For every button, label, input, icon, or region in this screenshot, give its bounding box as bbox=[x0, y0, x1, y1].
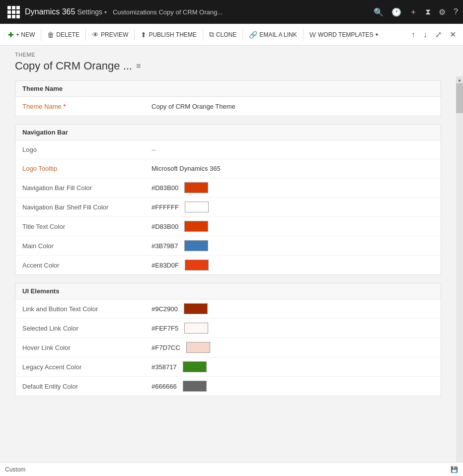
search-icon[interactable]: 🔍 bbox=[374, 7, 384, 17]
default-entity-color-swatch[interactable] bbox=[183, 381, 207, 392]
toolbar: ✚ + NEW 🗑 DELETE 👁 PREVIEW ⬆ PUBLISH THE… bbox=[0, 24, 463, 46]
link-button-text-color-row: Link and Button Text Color #9C2900 bbox=[15, 299, 441, 319]
save-icon[interactable]: 💾 bbox=[451, 466, 458, 473]
toolbar-separator-2 bbox=[85, 29, 86, 41]
toolbar-separator-6 bbox=[303, 29, 304, 41]
resize-button[interactable]: ⤢ bbox=[432, 27, 445, 42]
waffle-icon bbox=[7, 6, 20, 18]
move-up-button[interactable]: ↑ bbox=[408, 27, 418, 42]
legacy-accent-color-row-value: #358717 bbox=[152, 361, 207, 372]
hover-link-color-swatch[interactable] bbox=[186, 342, 210, 353]
form-area: Theme Name Theme Name Copy of CRM Orange… bbox=[0, 76, 456, 414]
new-button[interactable]: ✚ + NEW bbox=[4, 28, 39, 42]
default-entity-color-value[interactable]: #666666 bbox=[152, 383, 177, 390]
logo-value[interactable]: -- bbox=[152, 146, 434, 153]
main-color-label: Main Color bbox=[22, 242, 152, 250]
legacy-accent-color-swatch[interactable] bbox=[183, 361, 207, 372]
legacy-accent-color-value[interactable]: #358717 bbox=[152, 363, 177, 371]
move-down-button[interactable]: ↓ bbox=[420, 27, 430, 42]
accent-color-swatch[interactable] bbox=[185, 260, 209, 271]
breadcrumb: Customizations Copy of CRM Orang... bbox=[113, 8, 374, 16]
scrollbar-thumb[interactable] bbox=[456, 83, 463, 113]
history-icon[interactable]: 🕐 bbox=[391, 7, 401, 17]
email-icon: 🔗 bbox=[249, 31, 257, 39]
main-color-swatch[interactable] bbox=[184, 240, 208, 251]
selected-link-color-row-value: #FEF7F5 bbox=[152, 323, 208, 334]
theme-name-section-header: Theme Name bbox=[15, 81, 441, 97]
page-menu-icon[interactable]: ≡ bbox=[136, 62, 141, 70]
filter-icon[interactable]: ⧗ bbox=[425, 7, 431, 16]
main-content: Theme Name Theme Name Copy of CRM Orange… bbox=[0, 76, 463, 476]
scroll-area[interactable]: Theme Name Theme Name Copy of CRM Orange… bbox=[0, 76, 456, 449]
main-color-row: Main Color #3B79B7 bbox=[15, 236, 441, 256]
email-link-button[interactable]: 🔗 EMAIL A LINK bbox=[245, 28, 301, 42]
default-entity-color-row: Default Entity Color #666666 bbox=[15, 377, 441, 396]
logo-tooltip-label: Logo Tooltip bbox=[22, 165, 152, 172]
default-entity-color-row-value: #666666 bbox=[152, 381, 207, 392]
preview-button[interactable]: 👁 PREVIEW bbox=[88, 28, 132, 42]
preview-icon: 👁 bbox=[92, 31, 99, 39]
word-templates-button[interactable]: W WORD TEMPLATES ▾ bbox=[306, 28, 382, 42]
hover-link-color-value[interactable]: #F7D7CC bbox=[152, 344, 180, 351]
page-title: Copy of CRM Orange ... ≡ bbox=[15, 60, 448, 72]
word-dropdown-icon: ▾ bbox=[376, 32, 378, 37]
top-nav-bar: Dynamics 365 Settings ▾ Customizations C… bbox=[0, 0, 463, 24]
main-color-value[interactable]: #3B79B7 bbox=[152, 242, 178, 250]
accent-color-row-value: #E83D0F bbox=[152, 260, 209, 271]
title-text-color-value[interactable]: #D83B00 bbox=[152, 223, 178, 230]
theme-name-label: Theme Name bbox=[22, 103, 152, 110]
accent-color-value[interactable]: #E83D0F bbox=[152, 262, 179, 269]
logo-row: Logo -- bbox=[15, 140, 441, 159]
add-icon[interactable]: ＋ bbox=[409, 7, 417, 17]
link-button-text-color-value[interactable]: #9C2900 bbox=[152, 305, 178, 313]
delete-icon: 🗑 bbox=[47, 31, 54, 39]
title-text-color-swatch[interactable] bbox=[184, 221, 208, 232]
delete-button[interactable]: 🗑 DELETE bbox=[43, 28, 83, 42]
word-icon: W bbox=[309, 31, 316, 39]
nav-shelf-color-swatch[interactable] bbox=[185, 202, 209, 212]
scrollbar-track[interactable]: ▲ ▼ bbox=[456, 76, 463, 476]
gear-icon[interactable]: ⚙ bbox=[439, 7, 446, 17]
publish-theme-button[interactable]: ⬆ PUBLISH THEME bbox=[137, 28, 200, 42]
nav-shelf-color-label: Navigation Bar Shelf Fill Color bbox=[22, 204, 152, 211]
selected-link-color-swatch[interactable] bbox=[184, 323, 208, 334]
nav-fill-color-swatch[interactable] bbox=[184, 182, 208, 193]
legacy-accent-color-row: Legacy Accent Color #358717 bbox=[15, 357, 441, 377]
navigation-bar-section: Navigation Bar Logo -- Logo Tooltip Micr… bbox=[15, 124, 441, 275]
scrollbar-up-arrow[interactable]: ▲ bbox=[456, 76, 463, 83]
nav-shelf-color-row: Navigation Bar Shelf Fill Color #FFFFFF bbox=[15, 198, 441, 217]
nav-shelf-color-value[interactable]: #FFFFFF bbox=[152, 204, 179, 211]
waffle-menu[interactable] bbox=[5, 3, 22, 20]
nav-icons: 🔍 🕐 ＋ ⧗ ⚙ ? bbox=[374, 7, 458, 17]
selected-link-color-value[interactable]: #FEF7F5 bbox=[152, 325, 178, 332]
toolbar-separator-5 bbox=[242, 29, 243, 41]
nav-bar-section-header: Navigation Bar bbox=[15, 125, 441, 140]
settings-menu[interactable]: Settings ▾ bbox=[77, 8, 107, 16]
page-header: THEME Copy of CRM Orange ... ≡ bbox=[0, 46, 463, 76]
close-button[interactable]: ✕ bbox=[447, 27, 459, 42]
title-text-color-row-value: #D83B00 bbox=[152, 221, 208, 232]
theme-name-value[interactable]: Copy of CRM Orange Theme bbox=[152, 103, 434, 110]
hover-link-color-label: Hover Link Color bbox=[22, 344, 152, 351]
ui-elements-section: UI Elements Link and Button Text Color #… bbox=[15, 283, 441, 396]
nav-fill-color-value[interactable]: #D83B00 bbox=[152, 184, 178, 192]
logo-tooltip-value[interactable]: Microsoft Dynamics 365 bbox=[152, 165, 434, 172]
title-text-color-row: Title Text Color #D83B00 bbox=[15, 217, 441, 236]
app-name: Dynamics 365 bbox=[25, 7, 75, 16]
logo-tooltip-row: Logo Tooltip Microsoft Dynamics 365 bbox=[15, 159, 441, 178]
title-text-color-label: Title Text Color bbox=[22, 223, 152, 230]
nav-fill-color-row: Navigation Bar Fill Color #D83B00 bbox=[15, 178, 441, 198]
clone-button[interactable]: ⧉ CLONE bbox=[205, 27, 240, 42]
accent-color-row: Accent Color #E83D0F bbox=[15, 256, 441, 274]
new-icon: ✚ bbox=[8, 31, 14, 39]
nav-fill-color-label: Navigation Bar Fill Color bbox=[22, 184, 152, 192]
theme-name-row: Theme Name Copy of CRM Orange Theme bbox=[15, 97, 441, 116]
publish-icon: ⬆ bbox=[141, 31, 147, 39]
status-bar: Custom 💾 bbox=[0, 462, 463, 476]
clone-icon: ⧉ bbox=[209, 30, 214, 39]
link-button-text-color-swatch[interactable] bbox=[184, 303, 208, 314]
status-label: Custom bbox=[5, 466, 25, 473]
help-icon[interactable]: ? bbox=[454, 7, 458, 16]
legacy-accent-color-label: Legacy Accent Color bbox=[22, 363, 152, 371]
ui-elements-section-header: UI Elements bbox=[15, 283, 441, 299]
